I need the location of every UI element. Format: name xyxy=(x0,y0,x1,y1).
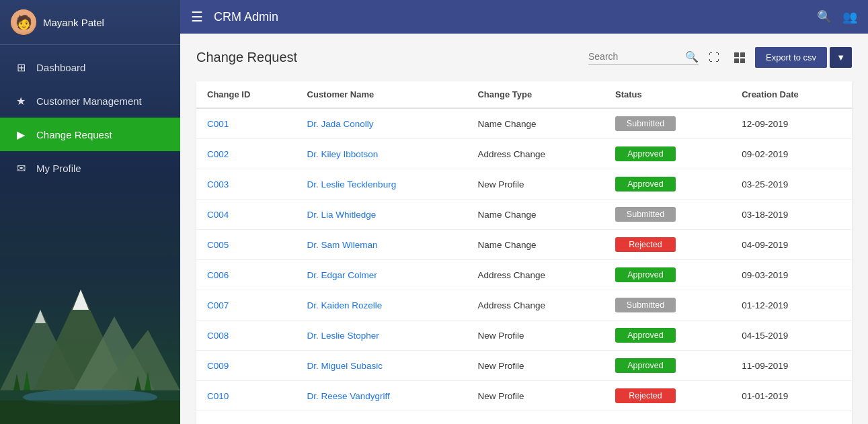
cell-status-0: Submitted xyxy=(604,108,731,139)
cell-customer-1: Dr. Kiley Ibbotson xyxy=(297,139,467,169)
cell-type-4: Name Change xyxy=(467,230,604,260)
customer-link-9[interactable]: Dr. Reese Vandygriff xyxy=(307,391,390,401)
change-id-link-7[interactable]: C008 xyxy=(207,331,229,341)
cell-type-8: New Profile xyxy=(467,351,604,381)
change-id-link-4[interactable]: C005 xyxy=(207,240,229,250)
cell-date-2: 03-25-2019 xyxy=(731,169,852,200)
arrow-icon: ▶ xyxy=(13,127,28,142)
status-badge-8: Approved xyxy=(615,358,676,373)
mail-icon: ✉ xyxy=(13,161,28,175)
people-icon[interactable]: 👥 xyxy=(842,9,857,24)
sidebar-item-dashboard[interactable]: ⊞ Dashboard xyxy=(0,50,180,84)
dashboard-icon: ⊞ xyxy=(13,60,28,75)
change-id-link-6[interactable]: C007 xyxy=(207,300,229,310)
cell-status-9: Rejected xyxy=(604,381,731,411)
sidebar-item-customer-management[interactable]: ★ Customer Management xyxy=(0,84,180,118)
change-id-link-2[interactable]: C003 xyxy=(207,179,229,189)
expand-icon[interactable]: ⛶ xyxy=(704,48,724,68)
cell-date-1: 09-02-2019 xyxy=(731,139,852,169)
cell-type-1: Address Change xyxy=(467,139,604,169)
status-badge-6: Submitted xyxy=(615,298,676,312)
cell-customer-5: Dr. Edgar Colmer xyxy=(297,260,467,290)
col-status: Status xyxy=(604,81,731,108)
customer-link-6[interactable]: Dr. Kaiden Rozelle xyxy=(307,300,383,310)
table-row: C001 Dr. Jada Conolly Name Change Submit… xyxy=(196,108,852,139)
cell-date-5: 09-03-2019 xyxy=(731,260,852,290)
export-dropdown-button[interactable]: ▼ xyxy=(830,47,852,68)
table-header-row: Change ID Customer Name Change Type Stat… xyxy=(196,81,852,108)
sidebar-item-my-profile[interactable]: ✉ My Profile xyxy=(0,151,180,185)
cell-change-id-2: C003 xyxy=(196,169,297,200)
cell-date-7: 04-15-2019 xyxy=(731,321,852,351)
cell-type-5: Address Change xyxy=(467,260,604,290)
cell-status-4: Rejected xyxy=(604,230,731,260)
status-badge-5: Approved xyxy=(615,267,676,282)
cell-status-3: Submitted xyxy=(604,200,731,230)
grid-view-icon[interactable] xyxy=(729,48,750,68)
sidebar-item-change-request[interactable]: ▶ Change Request xyxy=(0,118,180,151)
page-header: Change Request 🔍 ⛶ Export to csv xyxy=(196,47,852,68)
cell-change-id-3: C004 xyxy=(196,200,297,230)
export-button[interactable]: Export to csv xyxy=(755,47,827,68)
prev-page-button[interactable]: ‹ xyxy=(801,418,820,424)
sidebar-username: Mayank Patel xyxy=(43,17,104,28)
customer-link-1[interactable]: Dr. Kiley Ibbotson xyxy=(307,149,379,159)
cell-status-2: Approved xyxy=(604,169,731,200)
customer-link-7[interactable]: Dr. Leslie Stopher xyxy=(307,331,379,341)
table-row: C007 Dr. Kaiden Rozelle Address Change S… xyxy=(196,290,852,321)
cell-change-id-5: C006 xyxy=(196,260,297,290)
cell-status-1: Approved xyxy=(604,139,731,169)
cell-status-6: Submitted xyxy=(604,290,731,321)
cell-change-id-6: C007 xyxy=(196,290,297,321)
change-id-link-8[interactable]: C009 xyxy=(207,361,229,371)
svg-rect-16 xyxy=(740,58,745,63)
cell-status-8: Approved xyxy=(604,351,731,381)
star-icon: ★ xyxy=(13,93,28,108)
cell-customer-0: Dr. Jada Conolly xyxy=(297,108,467,139)
change-id-link-3[interactable]: C004 xyxy=(207,210,229,220)
col-change-type: Change Type xyxy=(467,81,604,108)
table-row: C002 Dr. Kiley Ibbotson Address Change A… xyxy=(196,139,852,169)
cell-customer-3: Dr. Lia Whitledge xyxy=(297,200,467,230)
status-badge-9: Rejected xyxy=(615,388,676,403)
table-row: C009 Dr. Miguel Subasic New Profile Appr… xyxy=(196,351,852,381)
cell-status-5: Approved xyxy=(604,260,731,290)
cell-change-id-9: C010 xyxy=(196,381,297,411)
search-topbar-icon[interactable]: 🔍 xyxy=(817,9,832,24)
table-row: C006 Dr. Edgar Colmer Address Change App… xyxy=(196,260,852,290)
cell-type-2: New Profile xyxy=(467,169,604,200)
search-area: 🔍 ⛶ Export to csv ▼ xyxy=(588,47,852,68)
customer-link-5[interactable]: Dr. Edgar Colmer xyxy=(307,270,377,280)
customer-link-0[interactable]: Dr. Jada Conolly xyxy=(307,119,374,129)
cell-change-id-0: C001 xyxy=(196,108,297,139)
cell-change-id-4: C005 xyxy=(196,230,297,260)
customer-link-2[interactable]: Dr. Leslie Tecklenburg xyxy=(307,179,397,189)
change-request-table: Change ID Customer Name Change Type Stat… xyxy=(196,81,852,411)
search-input[interactable] xyxy=(588,51,682,62)
next-page-button[interactable]: › xyxy=(822,418,841,424)
customer-link-3[interactable]: Dr. Lia Whitledge xyxy=(307,210,377,220)
customer-link-8[interactable]: Dr. Miguel Subasic xyxy=(307,361,383,371)
table-row: C004 Dr. Lia Whitledge Name Change Submi… xyxy=(196,200,852,230)
cell-date-4: 04-09-2019 xyxy=(731,230,852,260)
sidebar-item-change-label: Change Request xyxy=(36,129,112,140)
topbar-icons: 🔍 👥 xyxy=(817,9,857,24)
status-badge-0: Submitted xyxy=(615,116,676,131)
col-creation-date: Creation Date xyxy=(731,81,852,108)
topbar: ☰ CRM Admin 🔍 👥 xyxy=(180,0,868,34)
page-title: Change Request xyxy=(196,50,297,65)
sidebar-item-dashboard-label: Dashboard xyxy=(36,62,85,73)
cell-customer-2: Dr. Leslie Tecklenburg xyxy=(297,169,467,200)
cell-type-6: Address Change xyxy=(467,290,604,321)
search-icon[interactable]: 🔍 xyxy=(685,50,699,63)
change-id-link-0[interactable]: C001 xyxy=(207,119,229,129)
sidebar-item-customer-label: Customer Management xyxy=(36,95,142,107)
cell-date-3: 03-18-2019 xyxy=(731,200,852,230)
change-id-link-5[interactable]: C006 xyxy=(207,270,229,280)
status-badge-2: Approved xyxy=(615,177,676,192)
topbar-title: CRM Admin xyxy=(214,10,817,24)
change-id-link-1[interactable]: C002 xyxy=(207,149,229,159)
menu-icon[interactable]: ☰ xyxy=(191,9,203,25)
change-id-link-9[interactable]: C010 xyxy=(207,391,229,401)
customer-link-4[interactable]: Dr. Sam Wileman xyxy=(307,240,378,250)
